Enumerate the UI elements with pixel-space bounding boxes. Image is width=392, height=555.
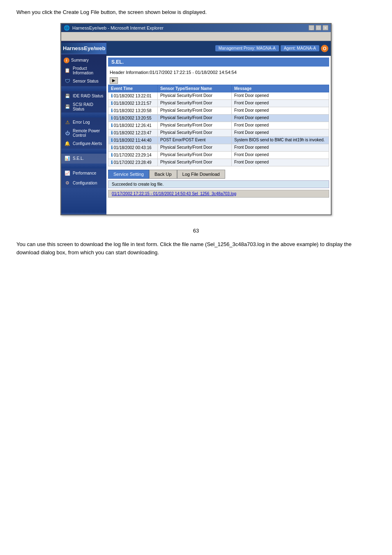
event-icon: ℹ: [111, 152, 113, 157]
sidebar-item-scsi-raid[interactable]: 💾 SCSI RAID Status: [61, 101, 106, 113]
browser-content: HarnessEye/web i Summary 📋 Product Infor…: [61, 41, 331, 214]
close-button[interactable]: ×: [323, 25, 328, 30]
sidebar-label-sensor: Sensor Status: [73, 79, 99, 83]
table-row: ℹ 01/18/2002 00:43:16Physical Security/F…: [108, 144, 329, 151]
maximize-button[interactable]: □: [316, 25, 321, 30]
col-event-time: Event Time: [108, 85, 158, 92]
event-icon: ℹ: [111, 138, 113, 143]
sensor-cell: Physical Security/Front Door: [158, 129, 232, 136]
col-sensor: Sensor Type/Sensor Name: [158, 85, 232, 92]
table-row: ℹ 01/17/2002 23:29:14Physical Security/F…: [108, 151, 329, 159]
event-icon: ℹ: [111, 145, 113, 150]
status-bar: Succeeded to create log file.: [108, 180, 329, 188]
intro-text: When you click the Create Log File butto…: [16, 8, 376, 16]
sidebar-item-ide-raid[interactable]: 💾 IDE RAID Status: [61, 91, 106, 101]
event-time-cell: ℹ 01/18/2002 11:44:40: [108, 136, 158, 144]
sidebar-label-sel: S.E.L.: [73, 156, 84, 161]
event-time-cell: ℹ 01/17/2002 23:28:49: [108, 159, 158, 166]
top-bar: Management Proxy: MAGNA-A Agent: MAGNA-A…: [106, 41, 331, 56]
event-table-wrapper: Event Time Sensor Type/Sensor Name Messa…: [106, 85, 331, 166]
sidebar-label-config: Configuration: [73, 181, 97, 185]
sensor-cell: Physical Security/Front Door: [158, 159, 232, 166]
title-bar-left: 🌐 HarnessEye/web - Microsoft Internet Ex…: [64, 25, 164, 31]
help-icon[interactable]: O: [321, 45, 328, 52]
message-cell: Front Door opened: [232, 107, 329, 114]
page-number: 63: [16, 228, 376, 234]
sidebar-item-remote-power[interactable]: ⏻ Remote Power Control: [61, 127, 106, 139]
outro-text: You can use this screen to download the …: [16, 240, 376, 258]
agent-badge: Agent: MAGNA-A: [281, 45, 319, 51]
config-icon: ⚙: [64, 180, 71, 187]
event-icon: ℹ: [111, 130, 113, 135]
table-row: ℹ 01/18/2002 11:44:40POST Error/POST Eve…: [108, 136, 329, 144]
sensor-icon: 🛡: [64, 78, 71, 85]
sidebar-label-error: Error Log: [73, 120, 90, 124]
event-icon: ℹ: [111, 108, 113, 113]
event-time-cell: ℹ 01/18/2002 13:22:01: [108, 92, 158, 99]
event-time-cell: ℹ 01/18/2002 13:20:58: [108, 107, 158, 114]
minimize-button[interactable]: _: [309, 25, 314, 30]
message-cell: Front Door opened: [232, 144, 329, 151]
summary-icon: i: [64, 58, 69, 63]
service-setting-button[interactable]: Service Setting: [108, 170, 149, 179]
sensor-cell: Physical Security/Front Door: [158, 107, 232, 114]
message-cell: Front Door opened: [232, 114, 329, 122]
bottom-buttons: Service Setting Back Up Log File Downloa…: [108, 170, 329, 179]
table-row: ℹ 01/18/2002 13:21:57Physical Security/F…: [108, 99, 329, 107]
log-file-link[interactable]: 01/17/2002 17:22:15 - 01/18/2002 14:50:4…: [112, 191, 236, 196]
alerts-icon: 🔔: [64, 140, 71, 147]
error-icon: ⚠: [64, 119, 71, 126]
message-cell: Front Door opened: [232, 129, 329, 136]
event-table: Event Time Sensor Type/Sensor Name Messa…: [108, 85, 329, 166]
browser-window: 🌐 HarnessEye/web - Microsoft Internet Ex…: [60, 23, 332, 215]
event-icon: ℹ: [111, 115, 113, 120]
backup-button[interactable]: Back Up: [149, 170, 177, 179]
message-cell: Front Door opened: [232, 99, 329, 107]
sidebar-label-scsi: SCSI RAID Status: [73, 102, 104, 111]
message-cell: Front Door opened: [232, 92, 329, 99]
event-time-cell: ℹ 01/18/2002 00:43:16: [108, 144, 158, 151]
sensor-cell: Physical Security/Front Door: [158, 114, 232, 122]
sidebar-label-perf: Performance: [73, 171, 96, 175]
title-bar: 🌐 HarnessEye/web - Microsoft Internet Ex…: [61, 24, 331, 32]
sidebar-item-configuration[interactable]: ⚙ Configuration: [61, 178, 106, 188]
log-file-link-area: 01/17/2002 17:22:15 - 01/18/2002 14:50:4…: [108, 190, 329, 198]
sidebar-divider-1: [61, 86, 106, 91]
message-cell: Front Door opened: [232, 122, 329, 129]
col-message: Message: [232, 85, 329, 92]
event-time-cell: ℹ 01/18/2002 12:23:47: [108, 129, 158, 136]
sidebar-item-performance[interactable]: 📈 Performance: [61, 168, 106, 178]
event-time-cell: ℹ 01/17/2002 23:29:14: [108, 151, 158, 159]
nav-arrow-button[interactable]: ▶: [110, 77, 118, 84]
sidebar-item-summary[interactable]: i Summary: [61, 56, 106, 65]
scsi-icon: 💾: [64, 103, 71, 111]
event-icon: ℹ: [111, 101, 113, 106]
logo-text: HarnessEye/web: [63, 45, 105, 51]
power-icon: ⏻: [64, 129, 71, 137]
event-icon: ℹ: [111, 160, 113, 165]
event-icon: ℹ: [111, 93, 113, 98]
table-row: ℹ 01/18/2002 12:23:47Physical Security/F…: [108, 129, 329, 136]
table-row: ℹ 01/18/2002 13:22:01Physical Security/F…: [108, 92, 329, 99]
log-download-button[interactable]: Log File Download: [177, 170, 225, 179]
browser-title: HarnessEye/web - Microsoft Internet Expl…: [72, 25, 164, 30]
sidebar-logo: HarnessEye/web: [61, 43, 106, 54]
sidebar-divider-2: [61, 113, 106, 117]
table-row: ℹ 01/18/2002 13:20:55Physical Security/F…: [108, 114, 329, 122]
sidebar-item-sel[interactable]: 📊 S.E.L.: [61, 154, 106, 164]
sidebar-item-configure-alerts[interactable]: 🔔 Configure Alerts: [61, 139, 106, 149]
message-cell: Front Door opened: [232, 159, 329, 166]
sidebar-label-ide: IDE RAID Status: [73, 94, 103, 98]
title-bar-buttons: _ □ ×: [309, 25, 328, 30]
event-time-cell: ℹ 01/18/2002 13:20:55: [108, 114, 158, 122]
sel-title: S.EL.: [108, 58, 329, 67]
browser-icon: 🌐: [64, 25, 70, 31]
product-icon: 📋: [64, 67, 71, 74]
ide-icon: 💾: [64, 92, 71, 100]
main-content: Management Proxy: MAGNA-A Agent: MAGNA-A…: [106, 41, 331, 214]
sidebar-item-sensor-status[interactable]: 🛡 Sensor Status: [61, 76, 106, 86]
sidebar-item-product-info[interactable]: 📋 Product Information: [61, 65, 106, 76]
sidebar: HarnessEye/web i Summary 📋 Product Infor…: [61, 41, 106, 214]
sidebar-item-error-log[interactable]: ⚠ Error Log: [61, 117, 106, 127]
sidebar-label-product: Product Information: [73, 66, 104, 75]
